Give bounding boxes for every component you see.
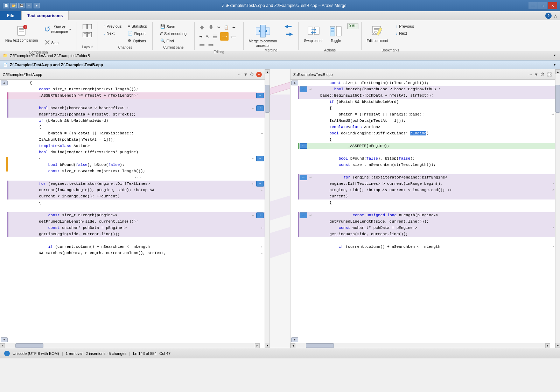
tab-text-comparisons[interactable]: Text comparisons bbox=[22, 11, 69, 20]
left-dots: ··· bbox=[8, 174, 265, 181]
right-pane-content[interactable]: ▲ ▼ const size_t nTextLength(strText.len… bbox=[290, 80, 555, 348]
bookmark-previous-button[interactable]: ↑ Previous bbox=[393, 23, 416, 29]
left-hscroll[interactable]: ◀ ▶ bbox=[0, 343, 260, 348]
merge-arrow-3[interactable]: → bbox=[256, 156, 264, 161]
left-vscroll-track[interactable] bbox=[265, 74, 270, 343]
maximize-button[interactable]: □ bbox=[538, 2, 547, 9]
left-vscroll-down[interactable]: ▼ bbox=[265, 343, 270, 348]
outdent-button[interactable]: ⟹ bbox=[207, 41, 215, 49]
qa-save[interactable]: 💾 bbox=[18, 3, 24, 8]
statistics-button[interactable]: ≡ Statistics bbox=[125, 23, 149, 29]
help-button[interactable]: ? bbox=[545, 13, 552, 19]
left-pane-close[interactable]: ● bbox=[256, 72, 262, 77]
right-hscroll-track[interactable] bbox=[334, 343, 545, 348]
left-next-btn[interactable]: ▼ bbox=[1, 337, 8, 342]
qa-undo[interactable]: ↩ bbox=[26, 3, 32, 8]
right-vscroll[interactable]: ▲ ▼ bbox=[555, 69, 560, 348]
merge-arrow-1[interactable]: → bbox=[256, 93, 264, 98]
swap-panes-button[interactable]: Swap panes bbox=[301, 23, 326, 47]
right-hscroll-left[interactable]: ◀ bbox=[290, 343, 295, 348]
cut-button[interactable]: ✂ bbox=[216, 23, 222, 31]
left-prev-btn[interactable]: ▲ bbox=[1, 80, 8, 85]
merge-arrow-5[interactable]: → bbox=[256, 212, 264, 218]
left-pane-menu[interactable]: ··· bbox=[238, 72, 241, 77]
left-pane-dropdown[interactable]: ▼ bbox=[244, 72, 248, 77]
tab-file[interactable]: File bbox=[0, 11, 22, 20]
close-button[interactable]: ✕ bbox=[548, 2, 557, 9]
right-code-block[interactable]: const size_t nTextLength(strText.length(… bbox=[290, 80, 555, 250]
merge-arrow-2[interactable]: → bbox=[256, 105, 264, 111]
options-button[interactable]: ⚙ Options bbox=[125, 37, 149, 44]
right-brace1: { bbox=[299, 105, 555, 111]
merge-arrow-4[interactable]: → bbox=[256, 181, 264, 187]
merge-arrow-r4[interactable]: ← bbox=[300, 212, 307, 218]
find-button[interactable]: 🔍 Find bbox=[158, 37, 189, 44]
next-change-button[interactable]: ↓ Next bbox=[101, 30, 124, 36]
right-prev-btn[interactable]: ▲ bbox=[291, 80, 298, 85]
bookmarks-group-label: Bookmarks bbox=[364, 48, 416, 53]
left-vscroll-thumb[interactable] bbox=[265, 85, 270, 113]
copy-button[interactable]: 📋 bbox=[223, 23, 230, 31]
right-next-btn[interactable]: ▼ bbox=[291, 337, 298, 342]
left-hscroll-thumb[interactable] bbox=[15, 343, 43, 348]
new-text-comparison-button[interactable]: + New text comparison bbox=[3, 23, 40, 47]
merge-arrow-r2[interactable]: ← bbox=[300, 143, 307, 149]
left-bmatch-assign: bMatch = (!nTestAt || !araxis::base:: ↵ bbox=[8, 130, 265, 136]
right-hscroll[interactable]: ◀ ▶ bbox=[290, 343, 550, 348]
merge-left-button[interactable]: ⟸ bbox=[229, 32, 238, 41]
qa-new[interactable]: 📄 bbox=[3, 3, 9, 8]
left-hscroll-left[interactable]: ◀ bbox=[0, 343, 5, 348]
set-encoding-button[interactable]: É Set encoding bbox=[158, 30, 189, 37]
merge-left-btn[interactable] bbox=[282, 23, 295, 30]
right-pane-menu[interactable]: ··· bbox=[528, 72, 532, 77]
merge-arrow-r1[interactable]: ← bbox=[300, 86, 307, 92]
cursor-button[interactable]: ↖ bbox=[204, 32, 210, 41]
folder-path: Z:\Examples\FolderA and Z:\Examples\Fold… bbox=[10, 54, 550, 58]
move-down-button[interactable] bbox=[207, 23, 215, 31]
left-changed-block-1: _ASSERTE(nLength >= nTestAt + nTextLengt… bbox=[7, 92, 265, 99]
layout-sync-button[interactable] bbox=[80, 31, 95, 38]
report-button[interactable]: 📄 Report bbox=[125, 30, 149, 37]
merge-arrow-r3[interactable]: ← bbox=[300, 175, 307, 180]
previous-change-button[interactable]: ↑ Previous bbox=[101, 23, 124, 29]
merge-to-ancestor-button[interactable]: Merge to commonancestor bbox=[246, 23, 280, 47]
stop-button[interactable]: ✕ Stop bbox=[42, 36, 74, 49]
move-up-button[interactable] bbox=[198, 23, 206, 31]
right-pane-dropdown[interactable]: ▼ bbox=[534, 72, 538, 77]
merge-right-btn2[interactable] bbox=[282, 31, 295, 38]
indent-left-button[interactable]: ⟸ bbox=[198, 41, 206, 49]
left-pane-content[interactable]: ▲ ▼ { const size_t nTextLength(strTe bbox=[0, 80, 265, 348]
qa-open[interactable]: 📂 bbox=[10, 3, 17, 8]
right-hscroll-thumb[interactable] bbox=[306, 343, 334, 348]
redo-button[interactable]: ↪ bbox=[198, 32, 204, 41]
toggle-button[interactable]: Toggle bbox=[327, 23, 344, 47]
right-pane-history[interactable]: ⏱ bbox=[540, 72, 545, 77]
save-button[interactable]: 💾 Save bbox=[158, 23, 189, 30]
edit-comment-button[interactable]: Edit comment bbox=[364, 23, 391, 47]
left-hscroll-right[interactable]: ▶ bbox=[255, 343, 260, 348]
qa-more[interactable]: ▼ bbox=[34, 3, 40, 8]
right-vscroll-track[interactable] bbox=[555, 74, 560, 343]
left-vscroll[interactable]: ▲ ▼ bbox=[265, 69, 270, 348]
minimize-button[interactable]: — bbox=[528, 2, 538, 9]
left-vscroll-up[interactable]: ▲ bbox=[265, 69, 270, 74]
right-vscroll-thumb[interactable] bbox=[555, 85, 560, 113]
left-hscroll-track[interactable] bbox=[43, 343, 255, 348]
layout-icons bbox=[80, 23, 95, 38]
xml-button[interactable]: XML bbox=[347, 23, 358, 29]
left-pchdata-line2: getLineBegin(side, current.line()); bbox=[8, 231, 265, 237]
indent-right-button[interactable] bbox=[211, 32, 219, 41]
svg-rect-7 bbox=[88, 24, 92, 29]
left-code-block[interactable]: { const size_t nTextLength(strText.lengt… bbox=[0, 80, 265, 256]
merge-right-button[interactable]: ⟹ bbox=[220, 32, 229, 41]
bookmark-next-button[interactable]: ↓ Next bbox=[393, 30, 416, 36]
wrap-5: ↵ bbox=[260, 187, 265, 193]
svg-rect-19 bbox=[260, 25, 265, 37]
right-hscroll-right[interactable]: ▶ bbox=[545, 343, 550, 348]
undo-button[interactable]: ↩ bbox=[231, 23, 237, 31]
start-recompare-button[interactable]: ↺ Start orrecompare ▼ bbox=[42, 23, 74, 36]
right-pane-indicator[interactable]: ○ bbox=[547, 72, 552, 77]
left-dofind: bool doFind(engine::DiffTextLines* pEngi… bbox=[8, 149, 265, 155]
layout-2pane-button[interactable] bbox=[80, 23, 95, 30]
left-pane-history[interactable]: ⏱ bbox=[250, 72, 254, 77]
